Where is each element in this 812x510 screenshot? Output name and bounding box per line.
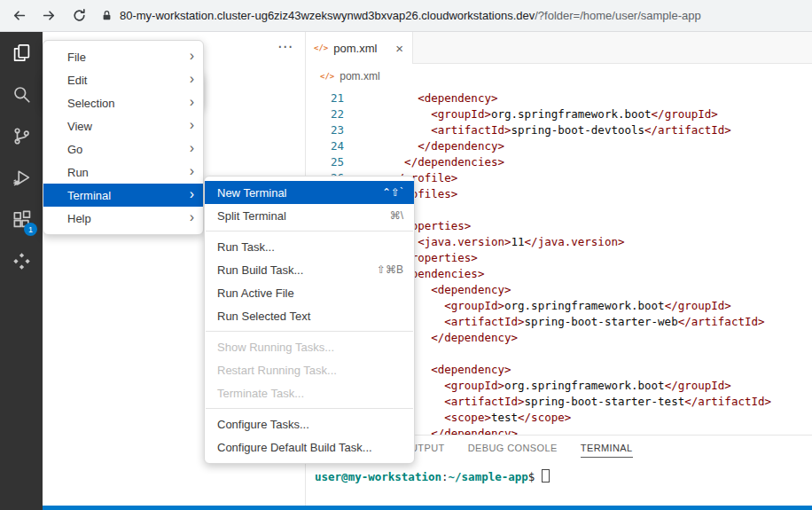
submenu-item-label: New Terminal	[217, 186, 382, 200]
chevron-right-icon: ›	[190, 187, 194, 201]
activity-bar-explorer[interactable]	[0, 32, 43, 74]
submenu-item-configure-tasks[interactable]: Configure Tasks...	[205, 412, 414, 435]
code-text: <groupId>org.springframework.boot</group…	[344, 106, 718, 122]
terminal-prompt-colon: :	[441, 470, 449, 483]
xml-file-icon: </>	[314, 43, 328, 52]
submenu-item-new-terminal[interactable]: New Terminal⌃⇧`	[205, 181, 414, 204]
menu-item-file[interactable]: File›	[43, 45, 203, 68]
line-number: 21	[307, 90, 344, 106]
terminal-prompt-symbol: $	[528, 470, 535, 483]
chevron-right-icon: ›	[190, 118, 194, 132]
terminal-prompt-path: ~/sample-app	[449, 470, 528, 483]
breadcrumb-item: pom.xml	[340, 70, 379, 82]
xml-file-icon: </>	[320, 72, 334, 81]
submenu-item-label: Show Running Tasks...	[217, 341, 403, 354]
keybinding-label: ⌘\	[390, 209, 403, 222]
menu-item-go[interactable]: Go›	[43, 137, 203, 161]
menu-item-label: Help	[67, 212, 190, 225]
code-line[interactable]: 25 </dependencies>	[307, 154, 812, 170]
submenu-item-run-selected-text[interactable]: Run Selected Text	[205, 304, 414, 327]
terminal[interactable]: user@my-workstation:~/sample-app$	[315, 469, 812, 483]
chevron-right-icon: ›	[190, 164, 194, 178]
close-icon[interactable]: ×	[394, 42, 405, 55]
submenu-item-split-terminal[interactable]: Split Terminal⌘\	[205, 204, 414, 227]
chevron-right-icon: ›	[190, 95, 194, 109]
tab-pom-xml[interactable]: </> pom.xml ×	[307, 32, 413, 64]
forward-button[interactable]	[41, 8, 57, 24]
line-number: 24	[307, 138, 344, 154]
menu-item-view[interactable]: View›	[43, 114, 203, 137]
keybinding-label: ⇧⌘B	[377, 263, 403, 276]
chevron-right-icon: ›	[190, 210, 194, 224]
cloud-code-icon	[12, 252, 31, 271]
submenu-item-run-build-task[interactable]: Run Build Task...⇧⌘B	[205, 258, 414, 281]
code-line[interactable]: 23 <artifactId>spring-boot-devtools</art…	[307, 122, 812, 138]
activity-bar-search[interactable]	[0, 74, 43, 115]
menu-item-selection[interactable]: Selection›	[43, 91, 203, 114]
activity-bar-source-control[interactable]	[0, 115, 43, 157]
screen: 80-my-workstation.cluster-ug6ziz43wzeksw…	[0, 0, 812, 510]
menu-item-run[interactable]: Run›	[43, 161, 203, 184]
terminal-submenu: New Terminal⌃⇧`Split Terminal⌘\Run Task.…	[204, 176, 415, 464]
submenu-item-label: Run Build Task...	[217, 263, 377, 277]
url-host: 80-my-workstation.cluster-ug6ziz43wzeksw…	[120, 9, 535, 22]
address-bar[interactable]: 80-my-workstation.cluster-ug6ziz43wzeksw…	[101, 9, 812, 22]
panel-tab-terminal[interactable]: TERMINAL	[581, 443, 633, 458]
menu-item-label: Go	[67, 143, 190, 156]
submenu-item-show-running-tasks: Show Running Tasks...	[205, 335, 414, 358]
extensions-badge: 1	[24, 223, 37, 236]
code-text: </dependencies>	[344, 154, 504, 170]
back-button[interactable]	[11, 8, 27, 24]
terminal-prompt-user-host: user@my-workstation	[315, 470, 441, 483]
activity-bar: 1	[0, 32, 43, 510]
refresh-icon	[72, 8, 87, 23]
menu-item-label: Run	[67, 166, 190, 179]
submenu-item-terminate-task: Terminate Task...	[205, 381, 414, 404]
submenu-item-configure-default-build-task[interactable]: Configure Default Build Task...	[205, 435, 414, 459]
explorer-icon	[12, 43, 31, 62]
submenu-item-label: Restart Running Task...	[217, 364, 403, 377]
menu-item-help[interactable]: Help›	[43, 207, 203, 230]
browser-toolbar: 80-my-workstation.cluster-ug6ziz43wzeksw…	[0, 0, 812, 32]
forward-icon	[42, 8, 57, 23]
activity-bar-run-debug[interactable]	[0, 157, 43, 199]
panel-tab-debug-console[interactable]: DEBUG CONSOLE	[468, 443, 558, 458]
submenu-item-run-task[interactable]: Run Task...	[205, 235, 414, 258]
menubar-dropdown: File›Edit›Selection›View›Go›Run›Terminal…	[43, 40, 204, 235]
menu-item-edit[interactable]: Edit›	[43, 68, 203, 91]
line-number: 23	[307, 122, 344, 138]
status-bar	[43, 506, 812, 510]
menu-item-label: Edit	[67, 74, 190, 87]
menu-item-label: Selection	[67, 97, 190, 110]
code-text: </dependency>	[344, 138, 504, 154]
code-text: <dependency>	[344, 90, 497, 106]
code-text: <artifactId>spring-boot-devtools</artifa…	[344, 122, 731, 138]
activity-bar-extensions[interactable]: 1	[0, 199, 43, 240]
more-actions-icon[interactable]: ⋯	[277, 39, 293, 54]
url-text: 80-my-workstation.cluster-ug6ziz43wzeksw…	[120, 9, 701, 22]
chevron-right-icon: ›	[190, 49, 194, 63]
submenu-item-label: Terminate Task...	[217, 387, 403, 400]
breadcrumb[interactable]: </> pom.xml	[307, 65, 812, 87]
tab-label: pom.xml	[333, 42, 388, 55]
menu-separator	[206, 231, 413, 231]
line-number: 25	[307, 154, 344, 170]
code-line[interactable]: 22 <groupId>org.springframework.boot</gr…	[307, 106, 812, 122]
chevron-right-icon: ›	[190, 72, 194, 86]
submenu-item-label: Split Terminal	[217, 209, 390, 223]
submenu-item-run-active-file[interactable]: Run Active File	[205, 281, 414, 304]
submenu-item-label: Configure Default Build Task...	[217, 441, 403, 454]
refresh-button[interactable]	[71, 8, 87, 24]
menu-separator	[206, 331, 413, 332]
submenu-item-label: Run Selected Text	[217, 310, 403, 323]
code-line[interactable]: 21 <dependency>	[307, 90, 812, 106]
url-path: /?folder=/home/user/sample-app	[535, 9, 701, 22]
activity-bar-cloud-code[interactable]	[0, 240, 43, 282]
code-line[interactable]: 24 </dependency>	[307, 138, 812, 154]
search-icon	[12, 85, 31, 104]
chevron-right-icon: ›	[190, 141, 194, 155]
menu-item-label: View	[67, 120, 190, 133]
submenu-item-restart-running-task: Restart Running Task...	[205, 358, 414, 381]
menu-item-terminal[interactable]: Terminal›	[43, 184, 203, 207]
submenu-item-label: Configure Tasks...	[217, 418, 403, 431]
